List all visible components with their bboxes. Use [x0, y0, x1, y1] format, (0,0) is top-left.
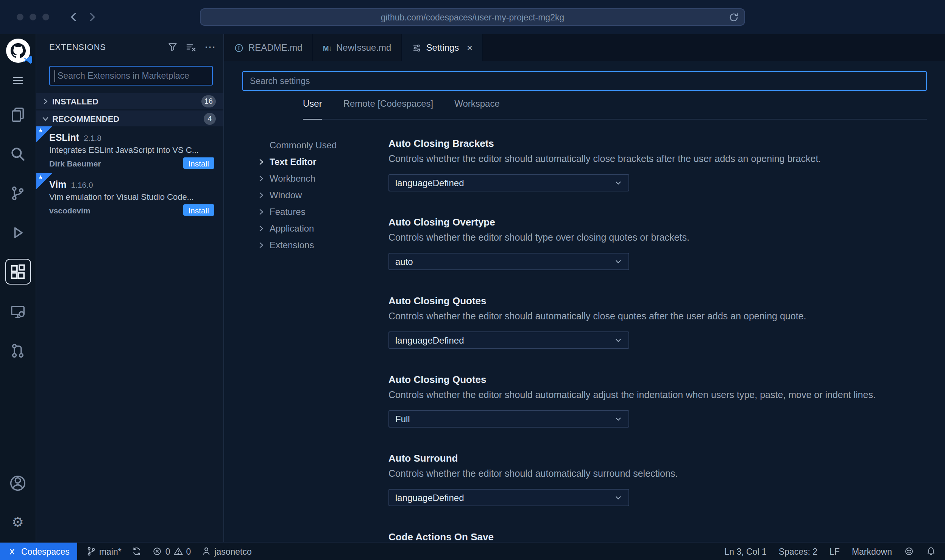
toc-label: Text Editor	[270, 157, 317, 167]
forward-button[interactable]	[83, 8, 101, 26]
sync-button[interactable]	[132, 546, 142, 556]
extension-item-vim[interactable]: ★ Vim 1.16.0 Vim emulation for Visual St…	[36, 173, 223, 220]
user-indicator[interactable]: jasonetco	[201, 546, 251, 556]
tab-label: README.md	[248, 42, 303, 53]
toc-label: Extensions	[270, 240, 314, 250]
chevron-left-icon	[68, 11, 79, 23]
settings-scope-tabs: User Remote [Codespaces] Workspace	[303, 98, 927, 120]
app-window: github.com/codespaces/user-my-project-mg…	[0, 0, 945, 560]
tab-label: Settings	[426, 42, 459, 53]
remote-indicator[interactable]: Codespaces	[0, 543, 77, 560]
settings-search[interactable]	[242, 71, 927, 91]
sidebar-title: EXTENSIONS	[49, 42, 167, 51]
install-button[interactable]: Install	[183, 204, 214, 216]
scope-tab-remote[interactable]: Remote [Codespaces]	[343, 98, 433, 119]
toc-text-editor[interactable]: Text Editor	[256, 154, 381, 170]
activity-explorer[interactable]	[0, 95, 36, 134]
chevron-down-icon	[614, 493, 622, 502]
remote-label: Codespaces	[21, 547, 70, 556]
feedback-button[interactable]	[904, 546, 914, 556]
extension-item-eslint[interactable]: ★ ESLint 2.1.8 Integrates ESLint JavaScr…	[36, 126, 223, 173]
errors-icon	[153, 546, 162, 556]
star-icon: ★	[38, 127, 43, 134]
url-bar[interactable]: github.com/codespaces/user-my-project-mg…	[200, 8, 745, 26]
setting-description: Controls whether the editor should autom…	[388, 467, 927, 481]
more-actions-button[interactable]: ⋯	[204, 43, 216, 51]
account-button[interactable]	[0, 463, 36, 502]
filter-icon	[167, 42, 178, 52]
account-icon	[10, 475, 26, 491]
tab-readme[interactable]: README.md	[224, 34, 313, 61]
window-controls[interactable]	[17, 14, 49, 20]
run-debug-icon	[10, 224, 26, 240]
scope-tab-user[interactable]: User	[303, 98, 322, 120]
hamburger-icon	[11, 74, 24, 87]
window-maximize-button[interactable]	[42, 14, 49, 20]
toc-commonly-used[interactable]: Commonly Used	[256, 137, 381, 154]
window-close-button[interactable]	[17, 14, 23, 20]
language-mode[interactable]: Markdown	[852, 547, 892, 556]
toc-label: Application	[270, 223, 314, 234]
toc-application[interactable]: Application	[256, 220, 381, 237]
setting-auto-surround: Auto Surround Controls whether the edito…	[388, 452, 927, 506]
setting-dropdown[interactable]: languageDefined	[388, 489, 629, 506]
gear-icon: ⚙	[12, 515, 24, 529]
chevron-right-icon	[256, 157, 267, 166]
settings-gear-button[interactable]: ⚙	[0, 502, 36, 542]
back-button[interactable]	[64, 8, 83, 26]
activity-extensions[interactable]	[0, 252, 36, 291]
activity-bar: ⚙	[0, 34, 36, 542]
close-tab-icon[interactable]: ✕	[466, 44, 473, 52]
extensions-search[interactable]	[49, 66, 213, 86]
github-logo[interactable]	[6, 39, 30, 63]
codespaces-remote-icon	[8, 547, 17, 556]
error-count: 0	[165, 547, 170, 556]
url-text: github.com/codespaces/user-my-project-mg…	[381, 12, 565, 22]
activity-github-pull-requests[interactable]	[0, 331, 36, 370]
section-installed[interactable]: INSTALLED 16	[36, 93, 223, 109]
scope-tab-workspace[interactable]: Workspace	[454, 98, 500, 119]
setting-dropdown[interactable]: auto	[388, 253, 629, 270]
eol-indicator[interactable]: LF	[830, 547, 840, 556]
setting-dropdown[interactable]: languageDefined	[388, 331, 629, 349]
cursor-position[interactable]: Ln 3, Col 1	[724, 547, 766, 556]
status-bar: Codespaces main* 0 0 jasonetco Ln 3, Col	[0, 542, 945, 560]
setting-dropdown[interactable]: Full	[388, 410, 629, 428]
tab-settings[interactable]: Settings ✕	[402, 34, 483, 61]
toc-features[interactable]: Features	[256, 204, 381, 220]
branch-icon	[86, 546, 96, 556]
settings-search-input[interactable]	[243, 72, 926, 90]
activity-remote-explorer[interactable]	[0, 291, 36, 331]
menu-button[interactable]	[11, 69, 24, 92]
problems-indicator[interactable]: 0 0	[153, 546, 191, 556]
install-button[interactable]: Install	[183, 157, 214, 169]
branch-name: main*	[99, 547, 122, 556]
activity-search[interactable]	[0, 134, 36, 173]
tab-newissue[interactable]: M↓ NewIssue.md	[313, 34, 402, 61]
indentation-indicator[interactable]: Spaces: 2	[779, 547, 817, 556]
extension-author: vscodevim	[49, 205, 90, 215]
section-recommended[interactable]: RECOMMENDED 4	[36, 110, 223, 126]
branch-indicator[interactable]: main*	[86, 546, 122, 556]
extension-description: Vim emulation for Visual Studio Code...	[49, 192, 214, 201]
setting-auto-closing-brackets: Auto Closing Brackets Controls whether t…	[388, 137, 927, 191]
recommended-ribbon: ★	[36, 173, 53, 190]
search-icon	[10, 146, 26, 162]
toc-label: Window	[270, 190, 302, 201]
window-minimize-button[interactable]	[30, 14, 36, 20]
filter-button[interactable]	[167, 42, 178, 52]
chevron-down-icon	[614, 179, 622, 187]
extension-version: 2.1.8	[84, 133, 101, 142]
notifications-button[interactable]	[926, 546, 936, 556]
chevron-down-icon	[614, 257, 622, 266]
activity-run-debug[interactable]	[0, 213, 36, 252]
extensions-search-input[interactable]	[50, 67, 212, 85]
setting-dropdown[interactable]: languageDefined	[388, 174, 629, 191]
toc-window[interactable]: Window	[256, 187, 381, 204]
clear-extensions-button[interactable]	[186, 41, 197, 53]
reload-button[interactable]	[728, 12, 739, 23]
toc-extensions[interactable]: Extensions	[256, 237, 381, 254]
toc-workbench[interactable]: Workbench	[256, 170, 381, 187]
chevron-down-icon	[614, 415, 622, 423]
activity-source-control[interactable]	[0, 173, 36, 213]
